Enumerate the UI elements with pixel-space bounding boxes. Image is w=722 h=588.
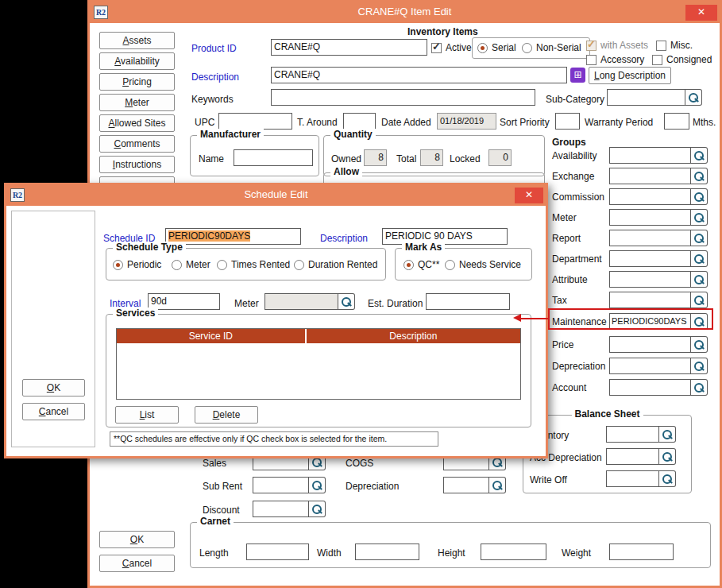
- qc-radio[interactable]: QC**: [403, 259, 439, 270]
- delete-button[interactable]: Delete: [195, 406, 258, 424]
- inventory-input[interactable]: [606, 426, 659, 443]
- mark-as-group: Mark As QC** Needs Service: [395, 248, 532, 280]
- lookup-icon[interactable]: [659, 448, 676, 465]
- group-input-exchange[interactable]: [609, 168, 691, 184]
- depreciation-input[interactable]: [443, 477, 489, 493]
- meter-field: [264, 293, 355, 310]
- lookup-icon[interactable]: [691, 358, 708, 374]
- serial-radio[interactable]: Serial: [477, 42, 516, 53]
- meter-radio[interactable]: Meter: [172, 259, 210, 270]
- accessory-label: Accessory: [600, 54, 644, 65]
- times-rented-radio[interactable]: Times Rented: [217, 259, 290, 270]
- cancel-button[interactable]: Cancel: [99, 555, 175, 572]
- duration-rented-radio[interactable]: Duration Rented: [294, 259, 377, 270]
- close-button[interactable]: ✕: [685, 5, 717, 21]
- lookup-icon[interactable]: [691, 271, 708, 288]
- group-input-attribute[interactable]: [609, 271, 691, 288]
- group-input-price[interactable]: [609, 336, 691, 353]
- services-list[interactable]: Service ID Description: [116, 328, 521, 400]
- group-input-availability[interactable]: [609, 147, 691, 164]
- balance-sheet-title: Balance Sheet: [571, 408, 643, 420]
- lookup-icon[interactable]: [691, 336, 708, 353]
- keywords-input[interactable]: [271, 89, 535, 106]
- total-input: 8: [420, 149, 443, 166]
- group-field-tax: [609, 292, 708, 308]
- sidebar-button-availability[interactable]: Availability: [99, 52, 175, 70]
- acc-depreciation-field: [606, 448, 676, 465]
- sidebar-button-comments[interactable]: Comments: [99, 135, 175, 153]
- lookup-icon[interactable]: [691, 168, 708, 184]
- sidebar-button-allowed-sites[interactable]: Allowed Sites: [99, 114, 175, 132]
- checkbox-icon: [652, 55, 662, 65]
- schedule-cancel-button[interactable]: Cancel: [22, 403, 85, 420]
- active-checkbox[interactable]: Active: [431, 42, 472, 53]
- warranty-period-input[interactable]: [664, 113, 689, 130]
- sort-priority-input[interactable]: [555, 113, 580, 130]
- lookup-icon[interactable]: [685, 89, 702, 106]
- lookup-icon[interactable]: [309, 501, 326, 517]
- sidebar-button-instructions[interactable]: Instructions: [99, 156, 175, 173]
- radio-icon: [403, 260, 414, 270]
- sidebar-button-pricing[interactable]: Pricing: [99, 73, 175, 91]
- close-button[interactable]: ✕: [515, 188, 543, 203]
- lookup-icon[interactable]: [691, 230, 708, 246]
- est-duration-input[interactable]: [426, 293, 510, 310]
- lookup-icon[interactable]: [691, 292, 708, 308]
- with-assets-checkbox[interactable]: with Assets: [586, 40, 648, 51]
- sidebar-button-assets[interactable]: Assets: [99, 32, 175, 49]
- product-id-input[interactable]: CRANE#Q: [271, 39, 427, 56]
- length-input[interactable]: [246, 544, 309, 560]
- consigned-checkbox[interactable]: Consigned: [652, 54, 712, 65]
- list-button[interactable]: List: [115, 406, 179, 424]
- lookup-icon[interactable]: [338, 293, 355, 310]
- lookup-icon[interactable]: [309, 477, 326, 493]
- description-input[interactable]: CRANE#Q: [271, 67, 567, 83]
- t-around-input[interactable]: [343, 113, 376, 130]
- lookup-icon[interactable]: [691, 188, 708, 205]
- periodic-radio[interactable]: Periodic: [113, 259, 161, 270]
- sub-rent-label: Sub Rent: [203, 478, 242, 494]
- lookup-icon[interactable]: [659, 426, 676, 443]
- needs-service-radio[interactable]: Needs Service: [445, 259, 521, 270]
- discount-input[interactable]: [253, 501, 309, 517]
- sub-category-field: [607, 89, 702, 106]
- width-input[interactable]: [355, 544, 419, 560]
- group-input-commission[interactable]: [609, 188, 691, 205]
- interval-input[interactable]: 90d: [148, 293, 220, 310]
- sub-category-input[interactable]: [607, 89, 685, 106]
- long-description-button[interactable]: Long Description: [589, 67, 671, 84]
- lookup-icon[interactable]: [691, 379, 708, 396]
- accessory-checkbox[interactable]: Accessory: [586, 54, 644, 65]
- acc-depreciation-input[interactable]: [606, 448, 659, 465]
- description-more-icon[interactable]: ⊞: [570, 68, 585, 83]
- lookup-icon[interactable]: [691, 147, 708, 164]
- lookup-icon[interactable]: [659, 470, 676, 487]
- non-serial-radio[interactable]: Non-Serial: [522, 42, 581, 53]
- service-id-column-header: Service ID: [117, 329, 307, 343]
- group-input-depreciation[interactable]: [609, 358, 691, 374]
- manufacturer-group-title: Manufacturer: [197, 129, 264, 140]
- upc-input[interactable]: [218, 113, 292, 130]
- group-input-account[interactable]: [609, 379, 691, 396]
- group-input-report[interactable]: [609, 230, 691, 246]
- sidebar-button-meter[interactable]: Meter: [99, 94, 175, 111]
- lookup-icon[interactable]: [691, 209, 708, 226]
- lookup-icon[interactable]: [691, 250, 708, 267]
- services-header: Service ID Description: [117, 329, 520, 343]
- ok-button[interactable]: OK: [99, 531, 175, 548]
- manufacturer-name-input[interactable]: [234, 149, 313, 166]
- weight-input[interactable]: [609, 544, 674, 560]
- lookup-icon[interactable]: [489, 477, 506, 493]
- group-input-tax[interactable]: [609, 292, 691, 308]
- group-input-department[interactable]: [609, 250, 691, 267]
- schedule-ok-button[interactable]: OK: [22, 379, 85, 397]
- height-input[interactable]: [481, 544, 546, 560]
- sub-rent-input[interactable]: [253, 477, 309, 493]
- owned-input: 8: [364, 149, 387, 166]
- misc-checkbox[interactable]: Misc.: [656, 40, 693, 51]
- group-input-meter[interactable]: [609, 209, 691, 226]
- write-off-input[interactable]: [606, 470, 659, 487]
- sort-priority-label: Sort Priority: [500, 114, 550, 130]
- write-off-label: Write Off: [530, 472, 567, 488]
- item-edit-titlebar: R2 CRANE#Q Item Edit ✕: [90, 2, 720, 23]
